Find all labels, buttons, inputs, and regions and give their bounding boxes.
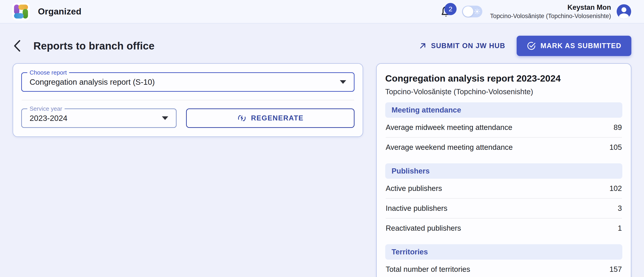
user-avatar[interactable] [616, 4, 632, 20]
submit-on-jw-hub-button[interactable]: SUBMIT ON JW HUB [418, 42, 505, 50]
stat-value: 157 [610, 265, 622, 273]
report-stat-row: Total number of territories 157 [386, 259, 622, 277]
report-sections: Meeting attendance Average midweek meeti… [385, 102, 622, 277]
report-title: Congregation analysis report 2023-2024 [385, 73, 622, 84]
dropdown-caret-icon [340, 80, 346, 84]
report-section: Territories Total number of territories … [385, 244, 622, 277]
notifications-button[interactable]: 2 [440, 3, 455, 21]
mark-as-submitted-label: MARK AS SUBMITTED [540, 42, 622, 50]
stat-label: Total number of territories [386, 265, 470, 273]
submit-on-jw-hub-label: SUBMIT ON JW HUB [431, 42, 505, 50]
regenerate-button[interactable]: REGENERATE [186, 108, 354, 128]
user-congregation: Topcino-Volosăniște (Topchino-Volosenish… [490, 13, 611, 20]
back-button[interactable] [13, 40, 23, 52]
report-summary-card: Congregation analysis report 2023-2024 T… [376, 63, 631, 277]
service-year-label: Service year [27, 105, 64, 112]
stat-label: Active publishers [386, 184, 442, 193]
app-bar: Organized 2 Keystan Mon Topcino-Volosăni… [0, 0, 644, 24]
stat-label: Average weekend meeting attendance [386, 143, 513, 152]
choose-report-label: Choose report [27, 69, 69, 76]
mark-as-submitted-button[interactable]: MARK AS SUBMITTED [517, 36, 631, 56]
report-stat-row: Inactive publishers 3 [386, 198, 622, 218]
section-rows: Active publishers 102 Inactive publisher… [385, 179, 622, 238]
dark-mode-toggle[interactable] [462, 6, 482, 18]
main-content: Reports to branch office SUBMIT ON JW HU… [0, 36, 644, 277]
section-rows: Average midweek meeting attendance 89 Av… [385, 118, 622, 157]
choose-report-select[interactable]: Choose report Congregation analysis repo… [21, 72, 354, 92]
page-header-row: Reports to branch office SUBMIT ON JW HU… [13, 36, 631, 56]
report-stat-row: Reactivated publishers 1 [386, 218, 622, 238]
user-name: Keystan Mon [490, 3, 611, 12]
form-divider [22, 100, 354, 100]
chevron-left-icon [13, 40, 22, 52]
page-title: Reports to branch office [34, 40, 154, 52]
report-subtitle: Topcino-Volosăniște (Topchino-Volosenish… [385, 87, 622, 96]
report-stat-row: Average weekend meeting attendance 105 [386, 137, 622, 157]
section-header: Territories [385, 244, 622, 259]
service-year-value: 2023-2024 [30, 114, 67, 123]
regenerate-label: REGENERATE [251, 114, 304, 122]
stat-label: Reactivated publishers [386, 224, 461, 232]
report-stat-row: Average midweek meeting attendance 89 [386, 118, 622, 137]
report-chooser-card: Choose report Congregation analysis repo… [13, 63, 363, 137]
app-name: Organized [38, 7, 82, 17]
report-section: Publishers Active publishers 102 Inactiv… [385, 163, 622, 238]
section-header: Publishers [385, 163, 622, 179]
section-title: Territories [392, 248, 428, 256]
section-rows: Total number of territories 157 Uncovere… [385, 259, 622, 277]
stat-label: Average midweek meeting attendance [386, 123, 512, 132]
report-section: Meeting attendance Average midweek meeti… [385, 102, 622, 157]
stat-value: 3 [618, 204, 622, 213]
report-stat-row: Active publishers 102 [386, 179, 622, 198]
section-title: Meeting attendance [392, 106, 461, 114]
section-header: Meeting attendance [385, 102, 622, 118]
stat-value: 105 [610, 143, 622, 152]
stat-label: Inactive publishers [386, 204, 447, 213]
stat-value: 1 [618, 224, 622, 232]
service-year-select[interactable]: Service year 2023-2024 [21, 108, 176, 128]
dropdown-caret-icon [162, 116, 168, 120]
sun-icon [474, 8, 480, 15]
notification-badge: 2 [444, 3, 456, 15]
choose-report-value: Congregation analysis report (S-10) [30, 78, 155, 87]
toggle-knob [463, 6, 473, 17]
user-info: Keystan Mon Topcino-Volosăniște (Topchin… [490, 3, 611, 20]
north-east-arrow-icon [418, 42, 427, 50]
regenerate-bolt-icon [237, 113, 247, 123]
check-circle-icon [526, 41, 536, 51]
stat-value: 89 [614, 123, 622, 132]
app-logo-icon[interactable] [12, 3, 30, 20]
stat-value: 102 [610, 184, 622, 193]
section-title: Publishers [392, 167, 430, 175]
